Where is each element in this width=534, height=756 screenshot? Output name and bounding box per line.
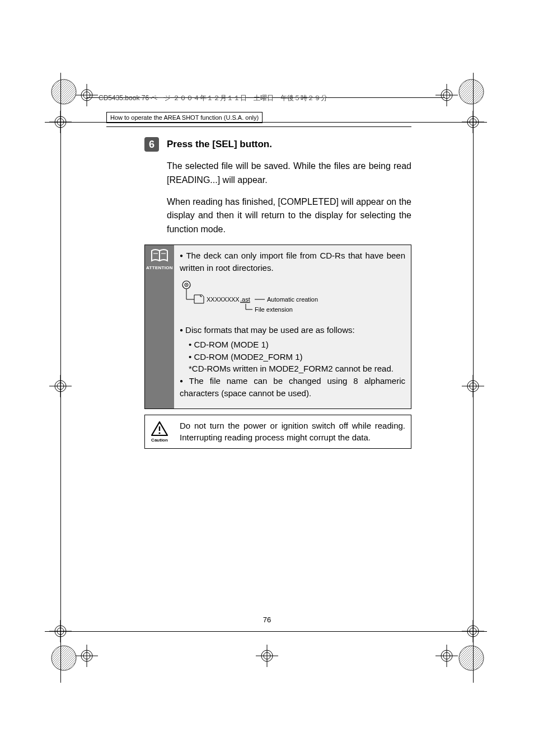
regmark-icon [256,645,278,667]
disc-format-list: CD-ROM (MODE 1) CD-ROM (MODE2_FORM 1) *C… [180,339,405,375]
crop-circle-bl [50,645,77,672]
crop-circle-tl [50,78,77,105]
svg-point-0 [51,79,76,104]
attention-item: The deck can only import file from CD-Rs… [180,250,405,274]
crop-line [473,73,474,683]
step-row: 6 Press the [SEL] button. [144,137,411,152]
svg-point-3 [459,646,484,670]
disc-format: CD-ROM (MODE 1) [189,339,405,351]
caution-label: Caution [151,438,168,443]
caution-icon-col: Caution [145,415,174,449]
caution-text: Do not turn the power or ignition switch… [174,415,411,449]
attention-item: Disc formats that may be used are as fol… [180,324,405,336]
attention-item: The file name can be changed using 8 alp… [180,375,405,400]
attention-icon-col: ATTENTION [145,245,174,408]
crop-circle-tr [458,78,485,105]
print-header: CD5435.book 76 ページ ２００４年１２月１１日 土曜日 午後５時２… [99,93,327,103]
attention-box: ATTENTION The deck can only import file … [144,245,411,409]
crop-line [45,631,487,632]
diagram-right-label: Automatic creation [267,296,318,303]
section-header: How to operate the AREA SHOT function (U… [106,112,263,123]
body-paragraph: The selected file will be saved. While t… [167,159,411,187]
file-tree-diagram: XXXXXXXX .ast Automatic creation File ex… [181,279,338,316]
disc-format: CD-ROM (MODE2_FORM 1) [189,351,405,363]
disc-format-note: *CD-ROMs written in MODE2_FORM2 cannot b… [189,363,405,375]
regmark-icon [435,84,458,106]
svg-point-53 [186,284,187,285]
regmark-icon [435,645,458,667]
crop-circle-br [458,645,485,672]
step-number-badge: 6 [144,137,159,152]
svg-text:.ast: .ast [240,296,250,303]
attention-label: ATTENTION [146,265,173,270]
diagram-ext-label: File extension [255,306,293,313]
attention-content: The deck can only import file from CD-Rs… [174,245,411,408]
section-rule [106,126,411,127]
warning-triangle-icon [151,421,168,436]
svg-point-1 [459,79,484,104]
step-title: Press the [SEL] button. [167,137,272,152]
regmark-icon [76,645,98,667]
svg-point-2 [51,646,76,670]
page-number: 76 [0,616,534,624]
caution-box: Caution Do not turn the power or ignitio… [144,415,411,449]
svg-point-61 [158,432,160,434]
diagram-filename: XXXXXXXX [207,296,240,303]
regmark-icon [76,84,98,106]
book-icon [150,248,169,264]
body-paragraph: When reading has finished, [COMPLETED] w… [167,195,411,237]
crop-line [60,73,61,683]
